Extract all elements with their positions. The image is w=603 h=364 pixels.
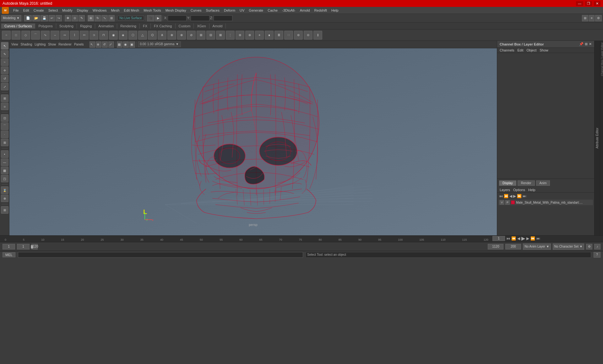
current-frame-right-input[interactable] [492,236,505,241]
anim-end-input[interactable] [505,244,521,249]
menu-file[interactable]: File [13,8,19,12]
paint-select-btn[interactable]: ✎ [79,15,85,21]
vp-menu-renderer[interactable]: Renderer [58,43,72,46]
vp-smooth-icon[interactable]: ◉ [123,41,129,48]
shelf-icon-33[interactable]: ≬ [313,31,322,40]
vp-rotate-icon[interactable]: ↺ [102,41,108,48]
menu-cache[interactable]: Cache [268,8,278,12]
cb-options-menu[interactable]: Options [513,188,525,192]
menu-3dtall[interactable]: -3DtoAll- [282,8,296,12]
lasso-select-btn[interactable]: ⊙ [72,15,78,21]
snap-to-surface-btn[interactable]: ⊞ [1,139,8,146]
shelf-icon-18[interactable]: ⊕ [167,31,176,40]
play-fwd-btn[interactable]: ▶ [521,235,525,241]
face-btn[interactable]: ▦ [1,167,8,174]
cb-tab-render[interactable]: Render [518,180,535,186]
select-tool-btn[interactable]: ✥ [65,15,71,21]
menu-create[interactable]: Create [34,8,44,12]
shelf-tab-custom[interactable]: Custom [176,24,194,29]
shelf-icon-22[interactable]: ⊟ [206,31,215,40]
cb-close-icon[interactable]: ✕ [589,42,592,46]
menu-generate[interactable]: Generate [249,8,263,12]
channel-box-editor-tab[interactable]: Channel Box / Layer Editor [600,41,603,235]
shelf-tab-fx-caching[interactable]: FX Caching [151,24,175,29]
current-frame-display[interactable]: 1 [17,244,30,249]
shelf-icon-14[interactable]: ⬡ [128,31,137,40]
cb-layers-menu[interactable]: Layers [500,188,510,192]
shelf-tab-rendering[interactable]: Rendering [117,24,140,29]
shelf-icon-9[interactable]: ∺ [80,31,89,40]
universal-manip-btn[interactable]: ⊞ [108,15,115,21]
shelf-icon-29[interactable]: ≣ [274,31,283,40]
menu-select[interactable]: Select [48,8,58,12]
channel-box-toggle[interactable]: ⊞ [582,15,588,21]
shelf-tab-animation[interactable]: Animation [95,24,117,29]
cb-float-icon[interactable]: ⊞ [585,42,588,46]
undo-btn[interactable]: ↩ [49,15,55,21]
select-mode-btn[interactable]: ↖ [1,42,8,50]
shelf-icon-3[interactable]: ◇ [21,31,30,40]
menu-edit-mesh[interactable]: Edit Mesh [124,8,139,12]
cb-next-frame-icon[interactable]: ▶ [513,194,516,198]
vp-menu-panels[interactable]: Panels [74,43,84,46]
shelf-icon-15[interactable]: △ [138,31,147,40]
shelf-icon-20[interactable]: ⊘ [187,31,196,40]
cb-help-menu[interactable]: Help [528,188,535,192]
menu-mesh-tools[interactable]: Mesh Tools [144,8,161,12]
vertex-btn[interactable]: • [1,150,8,158]
vp-menu-view[interactable]: View [11,43,18,46]
menu-edit[interactable]: Edit [23,8,29,12]
step-back-btn[interactable]: ◀ [517,236,520,241]
mel-python-toggle[interactable]: MEL [3,252,15,257]
menu-uv[interactable]: UV [240,8,244,12]
vp-menu-show[interactable]: Show [48,43,56,46]
step-fwd-key-btn[interactable]: ⏩ [530,236,535,241]
edge-btn[interactable]: — [1,158,8,166]
menu-redshift[interactable]: Redshift [314,8,327,12]
vp-menu-lighting[interactable]: Lighting [35,43,46,46]
close-button[interactable]: ✕ [594,1,600,6]
rotate-tool-btn[interactable]: ↻ [95,15,101,21]
shelf-icon-16[interactable]: ⌬ [148,31,157,40]
shelf-icon-28[interactable]: ∎ [265,31,274,40]
layer-v-toggle[interactable]: V [500,200,504,205]
timeline-ruler[interactable]: 0 5 10 15 20 25 30 35 40 45 50 55 60 65 … [0,235,603,242]
shelf-icon-26[interactable]: ⊛ [245,31,254,40]
menu-arnold[interactable]: Arnold [300,8,310,12]
go-to-end-btn[interactable]: ⏭ [536,236,540,241]
menu-windows[interactable]: Windows [93,8,107,12]
shelf-icon-24[interactable]: ⋮ [226,31,235,40]
cb-play-start-icon[interactable]: ⏮ [499,194,503,198]
shelf-tab-curves-surfaces[interactable]: Curves / Surfaces [1,24,35,29]
shelf-icon-32[interactable]: ⊝ [304,31,312,40]
shelf-icon-23[interactable]: ⊠ [216,31,225,40]
shelf-tab-polygons[interactable]: Polygons [35,24,56,29]
sound-btn[interactable]: ♪ [594,244,600,249]
attribute-editor-tab[interactable]: Attribute Editor [594,41,600,235]
menu-deform[interactable]: Deform [224,8,235,12]
y-coord-input[interactable] [191,15,209,21]
shelf-icon-13[interactable]: ◈ [119,31,128,40]
minimize-button[interactable]: — [576,1,583,6]
menu-display[interactable]: Display [77,8,88,12]
shelf-icon-30[interactable]: ∷ [284,31,293,40]
range-end-input[interactable] [488,244,503,249]
step-fwd-btn[interactable]: ▶ [526,236,529,241]
shelf-tab-rigging[interactable]: Rigging [77,24,95,29]
layer-color-swatch[interactable] [511,201,515,204]
cb-prev-frame-icon[interactable]: ◀ [509,194,512,198]
shelf-icon-19[interactable]: ⊗ [177,31,186,40]
layer-row-item[interactable]: V P Male_Skull_Metal_With_Patina_mb_stan… [498,200,593,205]
cb-next-icon[interactable]: ⏩ [517,194,522,198]
shelf-icon-10[interactable]: ⊃ [90,31,98,40]
command-line-input[interactable] [18,252,303,258]
shelf-icon-5[interactable]: ∿ [41,31,50,40]
scale-tool-btn[interactable]: ⤡ [101,15,108,21]
history-btn[interactable]: ⌛ [1,186,8,194]
x-coord-input[interactable] [168,15,187,21]
new-scene-btn[interactable]: 📄 [24,15,32,21]
render-btn[interactable]: ▶ [155,15,161,21]
shelf-tab-arnold[interactable]: Arnold [209,24,226,29]
frame-start-input[interactable] [3,244,15,249]
anim-layer-dropdown[interactable]: No Anim Layer ▼ [523,244,551,250]
